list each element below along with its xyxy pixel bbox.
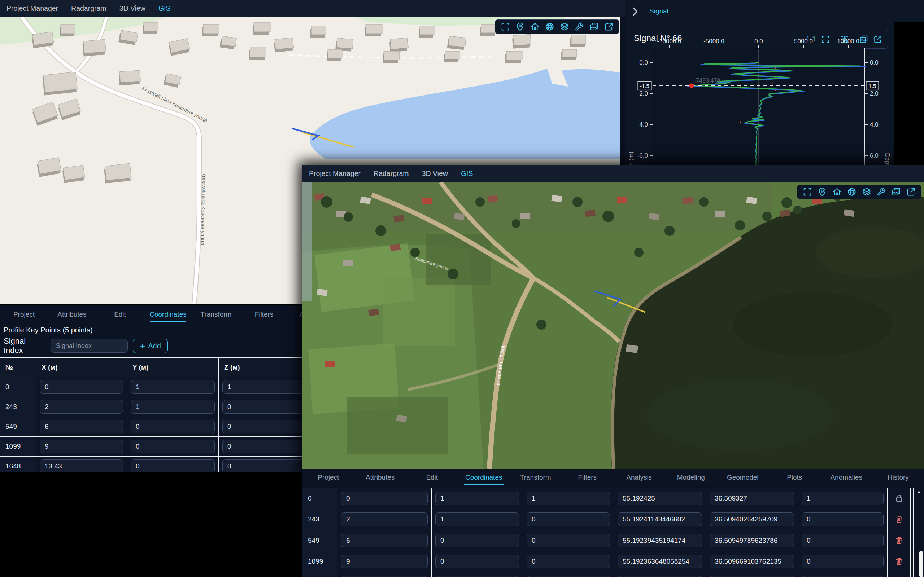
- menu-item-3d-view[interactable]: 3D View: [120, 4, 145, 13]
- location-pin-icon[interactable]: [515, 22, 525, 32]
- window-gis-front: Project ManagerRadargram3D ViewGIS: [302, 165, 924, 577]
- tab-geomodel[interactable]: Geomodel: [717, 469, 769, 486]
- cell-input-x[interactable]: 9: [40, 440, 123, 453]
- menu-item-3d-view[interactable]: 3D View: [422, 169, 448, 178]
- menu-item-radargram[interactable]: Radargram: [373, 169, 409, 178]
- tab-history[interactable]: History: [872, 469, 924, 486]
- cell-input-lat[interactable]: 55.19239435194174: [617, 534, 702, 548]
- menu-item-project-manager[interactable]: Project Manager: [309, 169, 360, 178]
- cell-input-y[interactable]: 0: [435, 554, 519, 568]
- cell-input-y[interactable]: 1: [435, 513, 519, 526]
- column-header: Z (м): [219, 358, 311, 377]
- cell-input-h[interactable]: 0: [802, 513, 884, 526]
- cell-input-lat[interactable]: 55.192363648058254: [617, 554, 702, 568]
- add-button[interactable]: + Add: [133, 338, 168, 353]
- cell-input-x[interactable]: 9: [341, 554, 428, 568]
- tab-modeling[interactable]: Modeling: [665, 469, 717, 486]
- cell-input-z[interactable]: 0: [527, 513, 610, 526]
- menu-item-project-manager[interactable]: Project Manager: [6, 4, 58, 13]
- cell-input-x[interactable]: 0: [40, 380, 123, 394]
- images-icon[interactable]: [589, 22, 599, 32]
- tab-edit[interactable]: Edit: [406, 469, 458, 486]
- tab-coordinates[interactable]: Coordinates: [144, 306, 192, 323]
- pick-marker[interactable]: [689, 84, 695, 88]
- coordinates-table: 001155.19242536.509327124321055.19241143…: [302, 488, 913, 577]
- tab-plots[interactable]: Plots: [769, 469, 821, 486]
- cell-input-x[interactable]: 2: [40, 400, 123, 414]
- cell-input-y[interactable]: 0: [435, 534, 519, 548]
- tab-analysis[interactable]: Analysis: [613, 469, 665, 486]
- cell-input-lon[interactable]: 36.509669103762135: [709, 554, 794, 568]
- scrollbar-thumb[interactable]: [919, 551, 923, 577]
- wrench-icon[interactable]: [876, 187, 887, 197]
- tab-attributes[interactable]: Attributes: [48, 306, 96, 323]
- cell-input-z[interactable]: 0: [527, 534, 610, 548]
- cell-input-z[interactable]: 0: [222, 420, 307, 434]
- crosshair-right-value: 1.5: [869, 83, 876, 89]
- location-pin-icon[interactable]: [817, 187, 827, 197]
- home-icon[interactable]: [530, 22, 540, 32]
- tab-filters[interactable]: Filters: [562, 469, 614, 486]
- cell-input-z[interactable]: 1: [527, 492, 610, 505]
- open-external-icon[interactable]: [604, 22, 614, 32]
- cell-input-h[interactable]: 0: [802, 534, 884, 548]
- cell-input-x[interactable]: 6: [40, 420, 123, 434]
- wrench-icon[interactable]: [574, 22, 584, 32]
- menu-item-radargram[interactable]: Radargram: [71, 4, 107, 13]
- tab-project[interactable]: Project: [302, 469, 354, 486]
- render-edge-haze: [302, 182, 312, 301]
- cell-input-lat[interactable]: 55.19241143446602: [617, 513, 702, 526]
- images-icon[interactable]: [891, 187, 901, 197]
- layers-icon[interactable]: [861, 187, 872, 197]
- cell-input-y[interactable]: 0: [131, 420, 215, 434]
- cell-input-lon[interactable]: 36.50940264259709: [709, 513, 794, 526]
- tab-transform[interactable]: Transform: [192, 306, 240, 323]
- row-index: 1648: [302, 572, 338, 577]
- layers-icon[interactable]: [559, 22, 570, 32]
- tab-coordinates[interactable]: Coordinates: [458, 469, 510, 486]
- cell-input-h[interactable]: 1: [802, 492, 884, 505]
- cell-input-z[interactable]: 0: [527, 554, 610, 568]
- cell-input-y[interactable]: 1: [131, 380, 215, 394]
- cell-input-z[interactable]: 1: [222, 380, 307, 394]
- cell-input-y[interactable]: 0: [131, 440, 215, 453]
- delete-row-button[interactable]: [894, 536, 904, 545]
- cell-input-x[interactable]: 0: [341, 492, 428, 505]
- cell-input-lon[interactable]: 36.50949789623786: [709, 534, 794, 548]
- signal-index-input[interactable]: Signal Index: [50, 339, 128, 353]
- tab-edit[interactable]: Edit: [96, 306, 144, 323]
- cell-input-y[interactable]: 0: [131, 459, 215, 472]
- cell-input-lon[interactable]: 36.509327: [709, 492, 794, 505]
- cell-input-z[interactable]: 0: [222, 400, 307, 414]
- cell-input-lat[interactable]: 55.192425: [617, 492, 702, 505]
- table-scrollbar[interactable]: ▲: [913, 488, 924, 577]
- home-icon[interactable]: [832, 187, 842, 197]
- menu-item-gis[interactable]: GIS: [461, 169, 473, 178]
- tab-project[interactable]: Project: [0, 306, 48, 323]
- open-external-icon[interactable]: [906, 187, 916, 197]
- globe-icon[interactable]: [544, 22, 555, 32]
- globe-icon[interactable]: [847, 187, 857, 197]
- cell-input-z[interactable]: 0: [222, 459, 307, 472]
- delete-row-button[interactable]: [894, 515, 904, 524]
- cell-input-y[interactable]: 1: [131, 400, 215, 414]
- delete-row-button[interactable]: [894, 557, 904, 566]
- tab-filters[interactable]: Filters: [240, 306, 288, 323]
- cell-input-y[interactable]: 1: [435, 492, 519, 505]
- tab-anomalies[interactable]: Anomalies: [821, 469, 872, 486]
- row-index: 549: [0, 417, 36, 436]
- map-satellite-view[interactable]: Красивая улица Красивая улица: [302, 182, 924, 469]
- fullscreen-icon[interactable]: [500, 22, 510, 32]
- cell-input-x[interactable]: 13.43: [40, 459, 123, 472]
- cell-input-x[interactable]: 2: [341, 513, 428, 526]
- cell-input-h[interactable]: 0: [802, 554, 884, 568]
- fullscreen-icon[interactable]: [802, 187, 813, 197]
- menu-item-gis[interactable]: GIS: [158, 4, 171, 13]
- scroll-up-arrow[interactable]: ▲: [914, 489, 924, 495]
- cell-input-x[interactable]: 6: [341, 534, 428, 548]
- window2-menu-bar: Project ManagerRadargram3D ViewGIS: [302, 165, 924, 182]
- tab-transform[interactable]: Transform: [510, 469, 562, 486]
- cell-input-z[interactable]: 0: [222, 440, 307, 453]
- signal-index-label: Signal Index: [3, 337, 47, 355]
- tab-attributes[interactable]: Attributes: [354, 469, 406, 486]
